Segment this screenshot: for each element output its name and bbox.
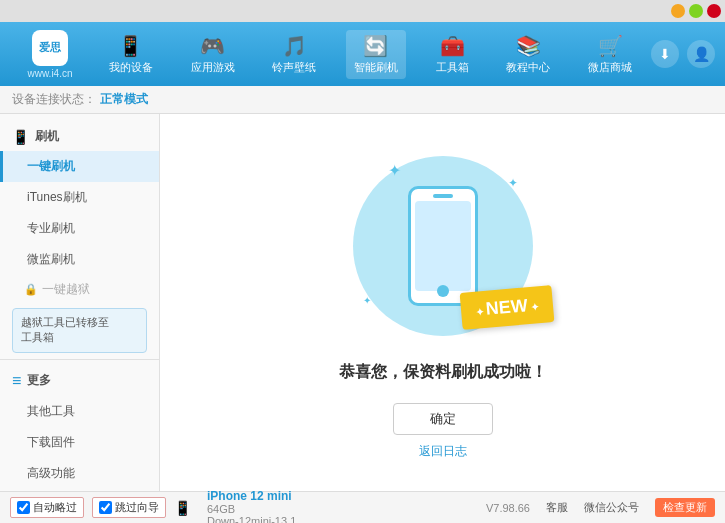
smart-store-icon: 🔄 <box>363 34 388 58</box>
maximize-button[interactable] <box>689 4 703 18</box>
wechat-link[interactable]: 微信公众号 <box>584 500 639 515</box>
sidebar-notice: 越狱工具已转移至工具箱 <box>12 308 147 353</box>
sidebar-item-pro-flash[interactable]: 专业刷机 <box>0 213 159 244</box>
auto-skip-checkbox[interactable]: 自动略过 <box>10 497 84 518</box>
content-area: ✦ ✦ ✦ NEW 恭喜您，保资料刷机成功啦！ 确定 返回日志 <box>160 114 725 491</box>
main-area: 📱 刷机 一键刷机 iTunes刷机 专业刷机 微监刷机 🔒 一键越狱 越狱工具… <box>0 114 725 491</box>
logo[interactable]: 爱思 www.i4.cn <box>10 30 90 79</box>
sidebar-item-download-firmware[interactable]: 下载固件 <box>0 427 159 458</box>
header: 爱思 www.i4.cn 📱 我的设备 🎮 应用游戏 🎵 铃声壁纸 🔄 智能刷机… <box>0 22 725 86</box>
star-1: ✦ <box>388 161 401 180</box>
title-bar <box>0 0 725 22</box>
sidebar-section-flash: 📱 刷机 <box>0 122 159 151</box>
flash-section-icon: 📱 <box>12 129 29 145</box>
sidebar-locked-jailbreak: 🔒 一键越狱 <box>0 275 159 304</box>
star-2: ✦ <box>508 176 518 190</box>
auto-skip-label: 自动略过 <box>33 500 77 515</box>
sidebar-item-itunes-flash[interactable]: iTunes刷机 <box>0 182 159 213</box>
skip-wizard-label: 跳过向导 <box>115 500 159 515</box>
locked-label: 一键越狱 <box>42 281 90 298</box>
back-link[interactable]: 返回日志 <box>419 443 467 460</box>
flash-section-title: 刷机 <box>35 128 59 145</box>
sidebar: 📱 刷机 一键刷机 iTunes刷机 专业刷机 微监刷机 🔒 一键越狱 越狱工具… <box>0 114 160 491</box>
user-button[interactable]: 👤 <box>687 40 715 68</box>
star-3: ✦ <box>363 295 371 306</box>
toolbox-icon: 🧰 <box>440 34 465 58</box>
weidian-label: 微店商城 <box>588 60 632 75</box>
confirm-button[interactable]: 确定 <box>393 403 493 435</box>
version-text: V7.98.66 <box>486 502 530 514</box>
bottom-bar: 自动略过 跳过向导 📱 iPhone 12 mini 64GB Down-12m… <box>0 491 725 523</box>
skip-wizard-checkbox[interactable]: 跳过向导 <box>92 497 166 518</box>
phone-body <box>408 186 478 306</box>
device-storage: 64GB <box>207 503 296 515</box>
phone-illustration: ✦ ✦ ✦ NEW <box>333 146 553 346</box>
toolbox-label: 工具箱 <box>436 60 469 75</box>
nav-my-device[interactable]: 📱 我的设备 <box>101 30 161 79</box>
nav-tutorials[interactable]: 📚 教程中心 <box>498 30 558 79</box>
status-label: 设备连接状态： <box>12 91 96 108</box>
weidian-icon: 🛒 <box>598 34 623 58</box>
minimize-button[interactable] <box>671 4 685 18</box>
tutorials-label: 教程中心 <box>506 60 550 75</box>
status-value: 正常模式 <box>100 91 148 108</box>
sidebar-item-micro-flash[interactable]: 微监刷机 <box>0 244 159 275</box>
check-update-button[interactable]: 检查更新 <box>655 498 715 517</box>
sidebar-section-more: ≡ 更多 <box>0 366 159 396</box>
device-name: iPhone 12 mini <box>207 489 296 503</box>
phone-button <box>437 285 449 297</box>
sidebar-item-one-key-flash[interactable]: 一键刷机 <box>0 151 159 182</box>
device-info: iPhone 12 mini 64GB Down-12mini-13,1 <box>207 489 296 524</box>
header-right: ⬇ 👤 <box>651 40 715 68</box>
sidebar-divider <box>0 359 159 360</box>
device-firmware: Down-12mini-13,1 <box>207 515 296 524</box>
download-button[interactable]: ⬇ <box>651 40 679 68</box>
nav-ringtones[interactable]: 🎵 铃声壁纸 <box>264 30 324 79</box>
status-bar: 设备连接状态： 正常模式 <box>0 86 725 114</box>
customer-service-link[interactable]: 客服 <box>546 500 568 515</box>
close-button[interactable] <box>707 4 721 18</box>
notice-text: 越狱工具已转移至工具箱 <box>21 316 109 343</box>
auto-skip-input[interactable] <box>17 501 30 514</box>
sidebar-item-other-tools[interactable]: 其他工具 <box>0 396 159 427</box>
phone-screen <box>415 201 471 291</box>
sidebar-item-advanced[interactable]: 高级功能 <box>0 458 159 489</box>
ringtones-label: 铃声壁纸 <box>272 60 316 75</box>
device-icon: 📱 <box>174 500 191 516</box>
more-section-icon: ≡ <box>12 372 21 390</box>
nav-apps-games[interactable]: 🎮 应用游戏 <box>183 30 243 79</box>
apps-games-icon: 🎮 <box>200 34 225 58</box>
logo-url: www.i4.cn <box>27 68 72 79</box>
phone-notch <box>433 194 453 198</box>
nav-smart-store[interactable]: 🔄 智能刷机 <box>346 30 406 79</box>
bottom-right: V7.98.66 客服 微信公众号 检查更新 <box>486 498 715 517</box>
skip-wizard-input[interactable] <box>99 501 112 514</box>
nav-toolbox[interactable]: 🧰 工具箱 <box>428 30 477 79</box>
success-text: 恭喜您，保资料刷机成功啦！ <box>339 362 547 383</box>
logo-icon: 爱思 <box>32 30 68 66</box>
nav-weidian[interactable]: 🛒 微店商城 <box>580 30 640 79</box>
apps-games-label: 应用游戏 <box>191 60 235 75</box>
nav-bar: 📱 我的设备 🎮 应用游戏 🎵 铃声壁纸 🔄 智能刷机 🧰 工具箱 📚 教程中心… <box>90 30 651 79</box>
smart-store-label: 智能刷机 <box>354 60 398 75</box>
new-badge: NEW <box>459 285 553 330</box>
more-section-title: 更多 <box>27 372 51 389</box>
my-device-icon: 📱 <box>118 34 143 58</box>
my-device-label: 我的设备 <box>109 60 153 75</box>
ringtones-icon: 🎵 <box>282 34 307 58</box>
lock-icon: 🔒 <box>24 283 38 296</box>
logo-text-icon: 爱思 <box>39 40 61 55</box>
tutorials-icon: 📚 <box>516 34 541 58</box>
